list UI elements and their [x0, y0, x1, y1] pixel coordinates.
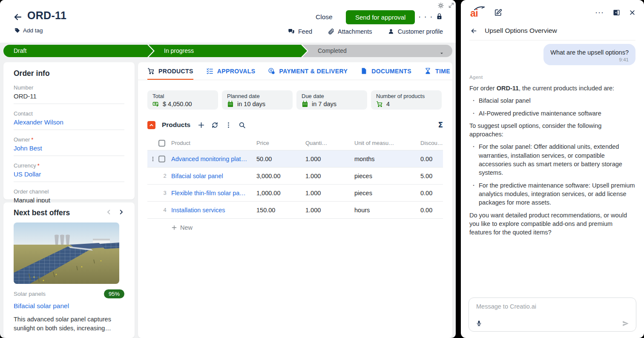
select-all-checkbox[interactable] [158, 140, 165, 147]
lock-icon[interactable] [436, 13, 443, 20]
customer-profile-link[interactable]: Customer profile [388, 28, 443, 35]
offer-description: This advanced solar panel captures sunli… [14, 315, 124, 332]
person-icon [388, 28, 394, 35]
calendar-icon [227, 101, 234, 107]
offer-product-link[interactable]: Bifacial solar panel [14, 302, 124, 310]
tab-documents[interactable]: DOCUMENTS [360, 67, 411, 80]
row-kebab-icon[interactable] [150, 156, 156, 162]
back-icon[interactable] [13, 12, 23, 22]
tag-icon [14, 28, 20, 33]
hourglass-icon [424, 67, 431, 75]
agent-label: Agent [469, 75, 635, 80]
summary-sigma-icon[interactable]: Σ [438, 121, 443, 129]
checklist-icon [206, 67, 213, 75]
refresh-icon[interactable] [211, 121, 218, 129]
field-contact: Contact Alexander Wilson [14, 110, 124, 130]
order-info-title: Order info [14, 69, 124, 78]
products-table: Product Price Quanti… Unit of measu… Dis… [147, 136, 443, 231]
creatio-ai-logo[interactable]: ai [470, 6, 487, 18]
money-icon [152, 101, 159, 107]
new-product-button[interactable]: New [171, 224, 443, 231]
svg-text:$: $ [273, 72, 274, 74]
list-item: AI-Powered predictive maintenance softwa… [469, 109, 635, 118]
table-row[interactable]: Advanced monitoring plat… 50.00 1.000 mo… [147, 150, 443, 168]
conversation-title-row: Upsell Options Overview [461, 18, 644, 40]
conversation-title: Upsell Options Overview [485, 27, 557, 35]
page-header: ORD-11 Add tag Close Send for approval ·… [0, 0, 456, 43]
tile-number-of-products: Number of products 4 [371, 90, 442, 110]
search-icon[interactable] [239, 121, 246, 129]
new-chat-compose-icon[interactable] [494, 9, 502, 17]
cart-icon [376, 101, 383, 107]
list-item: For the solar panel: Offer additional un… [469, 142, 635, 177]
add-product-icon[interactable] [198, 121, 205, 129]
offer-photo-solar-panels[interactable] [14, 222, 119, 284]
next-best-offers-card: Next best offers Solar p [3, 202, 135, 338]
table-header-row: Product Price Quanti… Unit of measu… Dis… [147, 136, 443, 150]
send-icon[interactable] [622, 320, 630, 327]
chat-transcript: What are the upsell options? 9:41 Agent … [461, 40, 644, 292]
field-number: Number ORD-11 [14, 84, 124, 104]
required-star: * [37, 162, 40, 169]
calendar-icon [302, 101, 308, 107]
collapse-section-button[interactable] [147, 121, 155, 129]
tab-bar: PRODUCTS APPROVALS $ PAYMENT & DELIVERY … [138, 62, 452, 80]
message-input-placeholder: Message to Creatio.ai [476, 303, 536, 310]
kebab-menu-icon[interactable] [225, 121, 232, 129]
metric-tiles: Total $ 4,050.00 Planned date in 10 days… [147, 90, 443, 110]
feed-link[interactable]: Feed [288, 28, 312, 35]
list-item: Bifacial solar panel [469, 96, 635, 105]
ai-more-options-icon[interactable]: ··· [595, 10, 604, 14]
page-title: ORD-11 [27, 9, 66, 22]
current-products-list: Bifacial solar panel AI-Powered predicti… [469, 96, 635, 118]
status-bar: Draft In progress Completed [3, 45, 452, 57]
attachments-link[interactable]: Attachments [328, 28, 372, 35]
ai-panel-header: ai ··· [461, 0, 644, 18]
close-button[interactable]: Close [316, 13, 333, 21]
caret-down-icon[interactable] [439, 48, 445, 54]
tab-time[interactable]: TIME [424, 67, 450, 80]
send-for-approval-button[interactable]: Send for approval [346, 10, 415, 24]
stage-draft[interactable]: Draft [3, 45, 153, 57]
add-tag-button[interactable]: Add tag [14, 27, 43, 34]
expand-window-icon[interactable] [448, 2, 454, 9]
more-actions-icon[interactable]: · · · [418, 12, 433, 21]
dock-panel-icon[interactable] [613, 9, 620, 16]
close-panel-icon[interactable] [629, 9, 635, 16]
tab-payment-delivery[interactable]: $ PAYMENT & DELIVERY [268, 67, 348, 80]
offer-score-badge: 95% [104, 289, 124, 298]
creatio-ai-panel: ai ··· Upsell Options Overview What are … [461, 0, 644, 338]
tile-total: Total $ 4,050.00 [147, 90, 218, 110]
tile-planned-date: Planned date in 10 days [222, 90, 293, 110]
table-row[interactable]: 3 Flexible thin-film solar pa… 1,000.00 … [147, 185, 443, 202]
chevron-right-icon[interactable] [118, 209, 124, 217]
tab-products[interactable]: PRODUCTS [147, 67, 193, 80]
paperclip-icon [328, 28, 334, 35]
document-icon [360, 67, 368, 75]
stage-completed[interactable]: Completed [302, 45, 452, 57]
list-item: For the predictive maintenance software:… [469, 181, 635, 207]
conversation-back-icon[interactable] [470, 27, 477, 35]
stage-in-progress[interactable]: In progress [149, 45, 307, 57]
chevron-left-icon[interactable] [106, 209, 112, 217]
order-detail-card: PRODUCTS APPROVALS $ PAYMENT & DELIVERY … [138, 62, 452, 338]
required-star: * [31, 136, 33, 143]
offer-category: Solar panels [14, 291, 46, 297]
cart-icon [147, 67, 155, 75]
row-checkbox[interactable] [158, 156, 165, 162]
agent-message: For order ORD-11, the current products i… [469, 84, 635, 237]
order-page-window: ORD-11 Add tag Close Send for approval ·… [0, 0, 456, 338]
plus-icon [171, 225, 177, 231]
tab-approvals[interactable]: APPROVALS [206, 67, 256, 80]
tile-due-date: Due date in 7 days [296, 90, 367, 110]
message-input[interactable]: Message to Creatio.ai [469, 298, 636, 332]
field-owner: Owner* John Best [14, 136, 124, 156]
settings-gear-icon[interactable] [437, 2, 444, 9]
field-currency: Currency* US Dollar [14, 162, 124, 182]
offers-title: Next best offers [14, 208, 70, 217]
products-toolbar: Products Σ [147, 121, 443, 129]
microphone-icon[interactable] [476, 320, 482, 327]
products-section-title: Products [162, 121, 190, 129]
table-row[interactable]: 2 Bifacial solar panel 3,000.00 1.000 pi… [147, 168, 443, 185]
table-row[interactable]: 4 Installation services 150.00 1.000 hou… [147, 202, 443, 219]
